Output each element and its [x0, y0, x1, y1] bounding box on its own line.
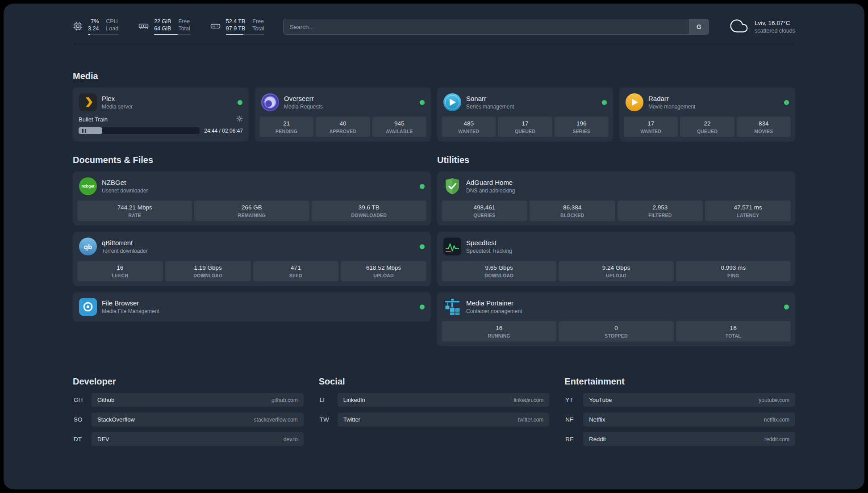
qbittorrent-icon: qb [79, 238, 97, 255]
stat-total: 16 TOTAL [676, 321, 791, 342]
nzbget-icon: nzbget [79, 177, 97, 195]
group-title-media: Media [73, 71, 795, 81]
service-card-adguard[interactable]: AdGuard Home DNS and adblocking 498,461 … [437, 171, 795, 226]
memory-usage-bar [154, 34, 190, 35]
cpu-usage-bar [88, 34, 118, 35]
service-name: Media Portainer [466, 299, 522, 307]
disk-icon [210, 21, 221, 33]
bookmark-link[interactable]: StackOverflow stackoverflow.com [92, 413, 304, 426]
cpu-widget: 7% 3.24 CPU Load [73, 18, 118, 35]
stat-movies: 834 MOVIES [737, 117, 791, 137]
status-dot [238, 100, 242, 105]
disk-usage-bar [226, 34, 264, 35]
bookmark-reddit[interactable]: RE Reddit reddit.com [564, 432, 795, 446]
service-desc: Series management [466, 104, 514, 110]
search-bar: G [283, 19, 709, 35]
search-provider-button[interactable]: G [689, 19, 709, 34]
topbar-divider [73, 44, 795, 44]
bookmark-link[interactable]: DEV dev.to [92, 432, 304, 446]
portainer-icon [443, 298, 461, 316]
status-dot [784, 305, 789, 309]
service-name: AdGuard Home [466, 179, 515, 186]
service-card-sonarr[interactable]: Sonarr Series management 485 WANTED 17 Q… [437, 88, 613, 142]
weather-condition: scattered clouds [755, 28, 795, 34]
service-name: Plex [102, 95, 133, 102]
dashboard-root: 7% 3.24 CPU Load [4, 4, 864, 489]
bookmark-link[interactable]: Twitter twitter.com [338, 413, 550, 426]
topbar: 7% 3.24 CPU Load [73, 4, 795, 37]
stat-rate: 744.21 Mbps RATE [77, 201, 192, 221]
stat-seed: 471 SEED [253, 261, 339, 281]
bookmark-abbr: RE [564, 436, 583, 443]
stat-leech: 16 LEECH [77, 261, 163, 281]
bookmark-github[interactable]: GH Github github.com [73, 393, 304, 407]
now-playing-title: Bullet Train [79, 116, 108, 123]
stat-pending: 21 PENDING [259, 117, 313, 137]
memory-free-value: 22 GiB [154, 18, 171, 25]
service-name: File Browser [102, 299, 159, 307]
cpu-label: CPU [106, 18, 118, 25]
bookmark-link[interactable]: YouTube youtube.com [583, 393, 795, 407]
stat-blocked: 86,384 BLOCKED [530, 201, 615, 221]
weather-widget[interactable]: Lviv, 16.87°C scattered clouds [729, 17, 795, 37]
group-utilities: Utilities [437, 155, 795, 346]
status-dot [784, 100, 789, 105]
bookmark-twitter[interactable]: TW Twitter twitter.com [319, 413, 550, 426]
bookmark-link[interactable]: Github github.com [92, 393, 304, 407]
memory-total-label: Total [178, 25, 190, 32]
status-dot [420, 100, 425, 105]
stat-download: 1.19 Gbps DOWNLOAD [165, 261, 251, 281]
bookmark-netflix[interactable]: NF Netflix netflix.com [564, 413, 795, 426]
disk-free-value: 52.4 TB [226, 18, 246, 25]
stat-approved: 40 APPROVED [316, 117, 370, 137]
group-media: Media Plex Media server [73, 71, 795, 142]
pause-icon[interactable] [82, 127, 86, 134]
memory-total-value: 64 GiB [154, 25, 171, 32]
bookmark-abbr: NF [564, 416, 583, 423]
bookmark-dev[interactable]: DT DEV dev.to [73, 432, 304, 446]
service-card-qbittorrent[interactable]: qb qBittorrent Torrent downloader 16 LEE… [73, 232, 431, 286]
bookmark-abbr: YT [564, 397, 583, 403]
bookmark-youtube[interactable]: YT YouTube youtube.com [564, 393, 795, 407]
service-card-radarr[interactable]: Radarr Movie management 17 WANTED 22 QUE… [619, 88, 795, 142]
playback-time: 24:44 / 02:06:47 [204, 128, 243, 134]
bookmark-abbr: SO [73, 416, 92, 423]
status-dot [420, 305, 425, 309]
disk-widget: 52.4 TB 97.9 TB Free Total [210, 18, 264, 35]
group-title-documents: Documents & Files [73, 155, 431, 165]
cpu-load-value: 3.24 [88, 25, 99, 32]
radarr-icon [626, 93, 643, 111]
stat-latency: 47.571 ms LATENCY [705, 201, 791, 221]
bookmark-link[interactable]: Netflix netflix.com [583, 413, 795, 426]
group-title-utilities: Utilities [437, 155, 795, 165]
bookmark-group-social: Social LI LinkedIn linkedin.com TW Twitt… [319, 376, 550, 446]
settings-icon[interactable] [236, 115, 243, 124]
plex-now-playing: Bullet Train [77, 115, 244, 134]
service-desc: Media Requests [284, 104, 323, 110]
stat-queued: 22 QUEUED [680, 117, 734, 137]
service-card-filebrowser[interactable]: File Browser Media File Management [73, 292, 431, 322]
cpu-percent: 7% [91, 18, 99, 25]
stat-downloaded: 39.6 TB DOWNLOADED [312, 201, 426, 221]
stat-filtered: 2,953 FILTERED [618, 201, 703, 221]
service-name: Overseerr [284, 95, 323, 102]
bookmark-stackoverflow[interactable]: SO StackOverflow stackoverflow.com [73, 413, 304, 426]
service-card-overseerr[interactable]: Overseerr Media Requests 21 PENDING 40 A… [255, 88, 431, 142]
playback-progress-bar[interactable] [79, 127, 200, 134]
disk-free-label: Free [252, 18, 264, 25]
bookmark-link[interactable]: Reddit reddit.com [583, 432, 795, 446]
weather-location: Lviv, 16.87°C [755, 20, 795, 26]
cpu-load-label: Load [106, 25, 118, 32]
service-card-plex[interactable]: Plex Media server Bullet Train [73, 88, 249, 142]
stat-ping: 0.993 ms PING [676, 261, 791, 281]
bookmark-linkedin[interactable]: LI LinkedIn linkedin.com [319, 393, 550, 407]
resource-widgets: 7% 3.24 CPU Load [73, 18, 264, 35]
status-dot [420, 244, 425, 249]
search-input[interactable] [284, 19, 689, 34]
service-card-portainer[interactable]: Media Portainer Container management 16 … [437, 292, 795, 346]
service-card-nzbget[interactable]: nzbget NZBGet Usenet downloader 744.21 M… [73, 171, 431, 226]
service-card-speedtest[interactable]: Speedtest Speedtest Tracking 9.65 Gbps D… [437, 232, 795, 286]
bookmark-link[interactable]: LinkedIn linkedin.com [338, 393, 550, 407]
group-title-social: Social [319, 376, 550, 387]
service-desc: Movie management [648, 104, 695, 110]
